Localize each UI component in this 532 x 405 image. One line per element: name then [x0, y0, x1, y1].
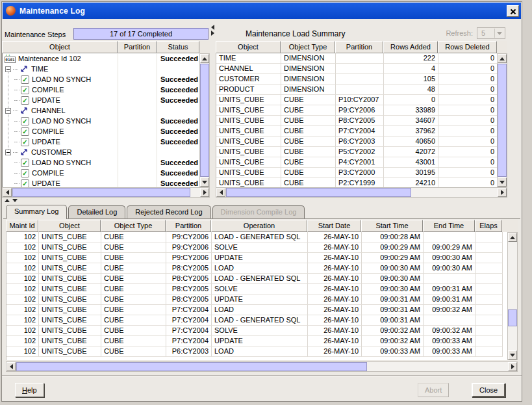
scroll-up-icon[interactable]: [200, 54, 209, 63]
tree-row-channel[interactable]: CHANNEL: [3, 105, 199, 116]
log-table-row[interactable]: 102UNITS_CUBECUBEP8:CY2005LOAD26-MAY-100…: [6, 263, 507, 274]
column-header-rows-deleted[interactable]: Rows Deleted: [438, 41, 497, 53]
column-header-object-type[interactable]: Object Type: [101, 220, 166, 232]
summary-horizontal-scrollbar[interactable]: [216, 187, 507, 198]
scrollbar-thumb[interactable]: [12, 188, 190, 197]
summary-table-row[interactable]: UNITS_CUBECUBEP8:CY2005346070: [216, 116, 497, 126]
refresh-interval-select: 5: [477, 27, 505, 39]
scroll-left-icon[interactable]: [216, 188, 225, 197]
tree-row-customer[interactable]: CUSTOMER: [3, 147, 199, 157]
log-table-row[interactable]: 102UNITS_CUBECUBEP9:CY2006SOLVE26-MAY-10…: [6, 242, 507, 253]
log-table-row[interactable]: 102UNITS_CUBECUBEP7:CY2004UPDATE26-MAY-1…: [6, 336, 507, 346]
scroll-right-icon[interactable]: [498, 188, 507, 197]
log-table-row[interactable]: 102UNITS_CUBECUBEP6:CY2003LOAD26-MAY-100…: [6, 346, 507, 357]
splitter-collapse-down-icon[interactable]: [12, 199, 18, 202]
cell: 102: [6, 284, 39, 294]
scroll-down-icon[interactable]: [200, 177, 209, 187]
summary-table-row[interactable]: UNITS_CUBECUBEP10:CY200700: [216, 95, 497, 105]
log-table-row[interactable]: 102UNITS_CUBECUBEP7:CY2004LOAD - GENERAT…: [6, 315, 507, 326]
tree-row-load-no-synch[interactable]: ✓LOAD NO SYNCHSucceeded: [3, 157, 199, 168]
column-header-maint-id[interactable]: Maint Id: [6, 220, 38, 232]
column-header-operation[interactable]: Operation: [211, 220, 307, 232]
tree-row-load-no-synch[interactable]: ✓LOAD NO SYNCHSucceeded: [3, 74, 199, 85]
scrollbar-thumb[interactable]: [200, 64, 209, 177]
summary-table-row[interactable]: UNITS_CUBECUBEP6:CY2003406500: [216, 137, 497, 147]
column-header-start-date[interactable]: Start Date: [307, 220, 361, 232]
summary-table-row[interactable]: UNITS_CUBECUBEP9:CY2006339890: [216, 105, 497, 116]
tree-expander[interactable]: [5, 150, 11, 155]
tree-row-update[interactable]: ✓UPDATESucceeded: [3, 95, 199, 105]
summary-table-row[interactable]: CHANNELDIMENSION40: [216, 64, 497, 74]
cell: 26-MAY-10: [308, 284, 362, 294]
scroll-left-icon[interactable]: [6, 362, 16, 371]
summary-table-row[interactable]: UNITS_CUBECUBEP5:CY2002420720: [216, 147, 497, 157]
log-table-row[interactable]: 102UNITS_CUBECUBEP8:CY2005UPDATE26-MAY-1…: [6, 294, 507, 305]
close-button[interactable]: Close: [472, 383, 505, 397]
tree-row-update[interactable]: ✓UPDATESucceeded: [3, 137, 199, 147]
log-table-row[interactable]: 102UNITS_CUBECUBEP7:CY2004SOLVE26-MAY-10…: [6, 326, 507, 336]
tree-expander[interactable]: [5, 66, 11, 72]
tree-row-load-no-synch[interactable]: ✓LOAD NO SYNCHSucceeded: [3, 116, 199, 126]
column-header-object[interactable]: Object: [216, 41, 281, 53]
scrollbar-thumb[interactable]: [508, 309, 517, 326]
log-horizontal-scrollbar[interactable]: [6, 361, 518, 372]
log-vertical-scrollbar[interactable]: [507, 232, 518, 360]
scroll-down-icon[interactable]: [508, 350, 517, 359]
log-table-row[interactable]: 102UNITS_CUBECUBEP9:CY2006UPDATE26-MAY-1…: [6, 253, 507, 263]
scrollbar-thumb[interactable]: [16, 362, 367, 371]
tree-vertical-scrollbar[interactable]: [199, 53, 210, 187]
scrollbar-thumb[interactable]: [226, 188, 411, 197]
close-icon[interactable]: [507, 5, 519, 17]
log-table-row[interactable]: 102UNITS_CUBECUBEP9:CY2006LOAD - GENERAT…: [6, 232, 507, 242]
log-table-row[interactable]: 102UNITS_CUBECUBEP7:CY2004LOAD26-MAY-100…: [6, 305, 507, 315]
scroll-down-icon[interactable]: [498, 177, 507, 187]
summary-table-row[interactable]: UNITS_CUBECUBEP7:CY2004379620: [216, 126, 497, 137]
scroll-up-icon[interactable]: [508, 233, 517, 242]
column-header-rows-added[interactable]: Rows Added: [383, 41, 438, 53]
cell: P10:CY2007: [336, 95, 384, 105]
summary-vertical-scrollbar[interactable]: [497, 53, 507, 187]
column-header-end-time[interactable]: End Time: [423, 220, 475, 232]
scroll-up-icon[interactable]: [498, 54, 507, 63]
column-header-start-time[interactable]: Start Time: [361, 220, 423, 232]
tree-row-maintenance-id-102[interactable]: ↓↓0101Maintenance Id 102Succeeded: [3, 53, 199, 64]
log-table-row[interactable]: 102UNITS_CUBECUBEP8:CY2005LOAD - GENERAT…: [6, 274, 507, 284]
tree-item-label: COMPILE: [32, 169, 64, 177]
summary-table-row[interactable]: PRODUCTDIMENSION480: [216, 85, 497, 95]
scrollbar-thumb[interactable]: [498, 64, 507, 177]
help-button[interactable]: Help: [15, 383, 44, 397]
tree-row-update[interactable]: ✓UPDATESucceeded: [3, 178, 199, 187]
tree-horizontal-scrollbar[interactable]: [2, 187, 210, 198]
splitter-collapse-up-icon[interactable]: [5, 199, 10, 202]
column-header-elaps[interactable]: Elaps: [475, 220, 502, 232]
summary-table-row[interactable]: TIMEDIMENSION2220: [216, 53, 497, 64]
column-header-object[interactable]: Object: [2, 41, 118, 53]
summary-table-row[interactable]: UNITS_CUBECUBEP4:CY2001430010: [216, 157, 497, 168]
title-bar[interactable]: Maintenance Log: [3, 3, 521, 19]
scroll-right-icon[interactable]: [200, 188, 209, 197]
scroll-left-icon[interactable]: [3, 188, 12, 197]
column-header-object[interactable]: Object: [38, 220, 101, 232]
splitter-collapse-right-icon[interactable]: [211, 31, 214, 36]
scroll-right-icon[interactable]: [508, 362, 517, 371]
tree-expander[interactable]: [5, 108, 11, 114]
horizontal-splitter[interactable]: [3, 198, 522, 204]
summary-table-row[interactable]: UNITS_CUBECUBEP3:CY2000301950: [216, 168, 497, 178]
tab-detailed-log[interactable]: Detailed Log: [68, 205, 125, 219]
column-header-object-type[interactable]: Object Type: [281, 41, 335, 53]
column-header-partition[interactable]: Partition: [166, 220, 211, 232]
log-table-row[interactable]: 102UNITS_CUBECUBEP8:CY2005SOLVE26-MAY-10…: [6, 284, 507, 294]
vertical-splitter[interactable]: [210, 24, 216, 198]
column-header-partition[interactable]: Partition: [118, 41, 157, 53]
tree-row-time[interactable]: TIME: [3, 64, 199, 74]
tab-rejected-record-log[interactable]: Rejected Record Log: [127, 205, 210, 219]
summary-table-row[interactable]: UNITS_CUBECUBEP2:CY1999242100: [216, 178, 497, 187]
column-header-status[interactable]: Status: [157, 41, 199, 53]
tree-row-compile[interactable]: ✓COMPILESucceeded: [3, 168, 199, 178]
tab-summary-log[interactable]: Summary Log: [6, 205, 67, 219]
tree-row-compile[interactable]: ✓COMPILESucceeded: [3, 126, 199, 137]
column-header-partition[interactable]: Partition: [335, 41, 383, 53]
tree-row-compile[interactable]: ✓COMPILESucceeded: [3, 85, 199, 95]
summary-table-row[interactable]: CUSTOMERDIMENSION1050: [216, 74, 497, 85]
splitter-collapse-left-icon[interactable]: [211, 25, 214, 30]
